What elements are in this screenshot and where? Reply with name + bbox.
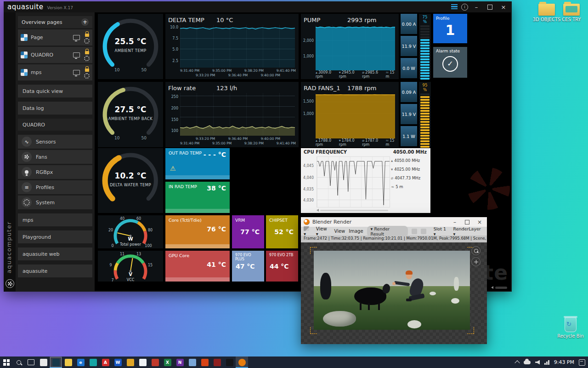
sidebar-page-item-page[interactable]: Page (18, 29, 92, 46)
sidebar-item-system[interactable]: System (18, 196, 92, 209)
monitor-icon[interactable] (73, 70, 80, 75)
taskbar-app-aquasuite-icon[interactable] (50, 356, 62, 368)
info-icon[interactable]: i (461, 4, 468, 11)
render-viewport[interactable] (301, 242, 487, 344)
desktop: 3D OBJECTS CES TRY ↻ Recycle Bin aquasui… (0, 0, 588, 368)
render-layer-select[interactable]: RenderLayer ▾ (453, 226, 484, 236)
chart-scrollbar[interactable] (317, 209, 388, 212)
sidebar-item-mps[interactable]: mps (18, 213, 92, 226)
tray-expand-icon[interactable] (515, 360, 520, 365)
network-icon[interactable] (544, 360, 549, 365)
layers-icon[interactable] (451, 4, 458, 10)
profile-tile[interactable]: Profile 1 (433, 14, 467, 43)
rad-fans-sparkline (316, 93, 395, 138)
vcc-voltage-gauge: 7 9 11 13 15 V VCC (98, 251, 163, 282)
taskbar-app-edge-icon[interactable]: e (74, 356, 87, 368)
page-label: Page (31, 34, 70, 40)
desktop-icon-ces-try[interactable]: CES TRY (557, 4, 586, 23)
onedrive-icon[interactable] (524, 361, 531, 364)
monitor-icon[interactable] (73, 52, 80, 58)
scroll-left-icon[interactable] (491, 286, 493, 289)
sidebar-item-fans[interactable]: Fans (18, 150, 92, 164)
sidebar-page-item-mps[interactable]: mps (18, 64, 92, 80)
taskbar-app-blender-icon[interactable] (236, 356, 248, 368)
ring-gauge (98, 82, 163, 147)
volume-icon[interactable] (535, 360, 540, 365)
taskbar-app-app-steel-icon[interactable] (186, 356, 198, 368)
sidebar-item-aquasuite-web[interactable]: aquasuite web (18, 247, 92, 260)
monitor-icon[interactable] (73, 35, 80, 40)
taskbar-app-app-black-icon[interactable] (223, 356, 236, 368)
action-center-icon[interactable] (579, 359, 585, 366)
desktop-icon-recycle-bin[interactable]: ↻ Recycle Bin (556, 317, 585, 339)
scene-rock (407, 320, 421, 328)
windows-logo-icon (3, 359, 6, 362)
sidebar-section-quadro[interactable]: QUADRO (18, 119, 92, 131)
tile-value: 38 °C (207, 184, 226, 192)
taskbar-app-word-icon[interactable]: W (112, 356, 124, 368)
taskbar-app-excel-icon[interactable]: X (161, 356, 174, 368)
maximize-button[interactable] (487, 5, 492, 10)
add-page-button[interactable]: + (81, 18, 89, 26)
blender-minimize-button[interactable]: – (450, 219, 459, 225)
minimize-button[interactable]: – (472, 4, 481, 11)
sidebar-page-item-quadro[interactable]: QUADRO (18, 47, 92, 63)
taskbar-app-photos-grid-icon[interactable] (37, 356, 50, 368)
bar-gauge-segments (420, 93, 430, 148)
menu-view[interactable]: View (334, 229, 345, 234)
pan-tool-button[interactable] (471, 257, 481, 266)
chart-value: 4050.00 MHz (393, 150, 427, 155)
gear-icon[interactable] (84, 56, 90, 61)
search-icon (17, 360, 21, 365)
tile-value: 47 °C (236, 263, 255, 270)
dashboard-scrollbar[interactable] (491, 286, 507, 289)
taskbar-app-app-orange-red-icon[interactable] (198, 356, 211, 368)
sidebar-item-label: RGBpx (36, 169, 53, 175)
lock-icon[interactable] (85, 34, 89, 37)
tile-value: 41 °C (207, 261, 226, 268)
sidebar-item-profiles[interactable]: ≡ Profiles (18, 180, 92, 194)
sidebar-item-data-quick-view[interactable]: Data quick view (18, 85, 92, 98)
stat-avg: 4047.73 MHz (395, 176, 420, 180)
taskbar-app-app-dark-red-icon[interactable] (211, 356, 223, 368)
close-button[interactable]: × (499, 4, 508, 11)
rad-fans-chart-tile: RAD FANS_1 1788 rpm 1,500 1,000 ▴1788 (301, 82, 399, 147)
gear-icon[interactable] (84, 38, 90, 44)
x-label: 9:41:40 PM (277, 141, 296, 145)
sidebar-item-aquasuite[interactable]: aquasuite (18, 264, 92, 277)
core-temp-tile: Core (Tctl/Tdie) 76 °C (165, 215, 230, 248)
search-button[interactable] (12, 356, 25, 368)
taskbar-app-file-explorer-icon[interactable] (62, 356, 74, 368)
start-button[interactable] (0, 356, 12, 368)
zoom-tool-button[interactable] (471, 246, 481, 255)
y-tick: 2.5 (172, 58, 178, 63)
sidebar-item-sensors[interactable]: ∿ Sensors (18, 135, 92, 149)
sidebar-item-playground[interactable]: Playground (18, 230, 92, 243)
lock-icon[interactable] (85, 51, 89, 54)
gear-icon[interactable] (84, 73, 90, 79)
chart-stats: ▴4050.00 MHz ▾4025.00 MHz ⌀4047.73 MHz ≈… (391, 158, 430, 189)
sidebar-item-rgbpx[interactable]: RGBpx (18, 165, 92, 179)
blender-close-button[interactable]: × (475, 219, 484, 225)
new-image-icon[interactable] (412, 229, 417, 234)
task-view-button[interactable] (25, 356, 37, 368)
image-datablock-select[interactable]: ▾ Render Result (367, 226, 408, 237)
slot-select[interactable]: Slot 1 ▾ (434, 226, 450, 236)
scroll-left-icon[interactable] (317, 209, 319, 212)
check-icon: ✓ (442, 56, 458, 72)
clock[interactable]: 9:43 PM (554, 359, 574, 365)
desktop-icon-label: Recycle Bin (556, 334, 585, 339)
blender-maximize-button[interactable] (465, 220, 469, 224)
menu-view-dropdown[interactable]: View ▾ (316, 226, 331, 236)
editor-type-button[interactable]: ▾ (304, 226, 312, 236)
taskbar-app-app-red-icon[interactable] (149, 356, 161, 368)
taskbar-app-app-gold-icon[interactable] (124, 356, 136, 368)
taskbar-app-app-teal-icon[interactable] (87, 356, 99, 368)
sidebar-item-data-log[interactable]: Data log (18, 102, 92, 115)
taskbar-app-app-paper-icon[interactable] (136, 356, 149, 368)
open-image-icon[interactable] (421, 229, 426, 234)
taskbar-app-onenote-icon[interactable]: N (174, 356, 186, 368)
lock-icon[interactable] (85, 69, 89, 72)
taskbar-app-acrobat-icon[interactable]: A (99, 356, 112, 368)
menu-image[interactable]: Image (349, 229, 363, 234)
